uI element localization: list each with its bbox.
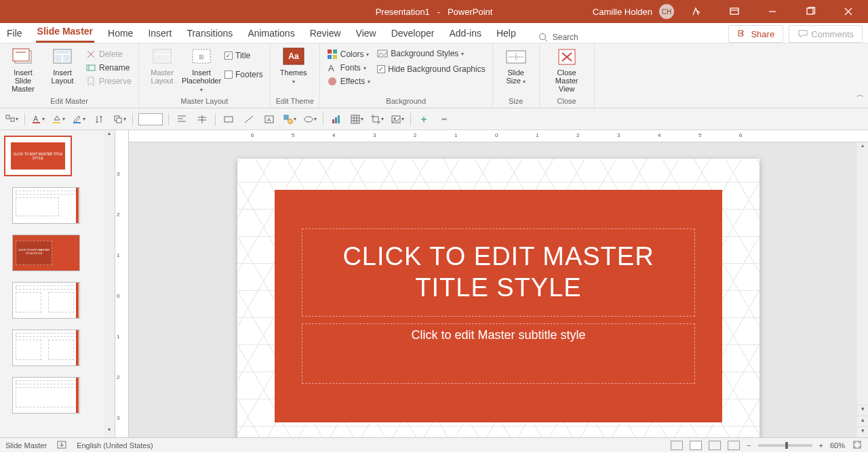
accessibility-icon[interactable] (56, 439, 67, 452)
svg-rect-46 (224, 117, 233, 122)
sort-button[interactable] (92, 112, 106, 127)
outline-color-button[interactable]: ▾ (71, 112, 86, 127)
align-center-v-button[interactable] (195, 112, 210, 127)
thumb-scrollbar[interactable]: ▴ ▾ (104, 130, 115, 437)
oval-shape-button[interactable]: ▾ (302, 112, 317, 127)
collapse-ribbon-icon[interactable]: ︿ (856, 89, 864, 100)
scroll-up-icon[interactable]: ▴ (104, 130, 115, 141)
tab-review[interactable]: Review (309, 24, 342, 43)
svg-line-7 (545, 39, 547, 42)
thumb-master[interactable]: CLICK TO EDIT MASTER TITLESTYLE (4, 136, 72, 176)
table-button[interactable]: ▾ (349, 112, 364, 127)
chart-button[interactable] (329, 112, 344, 127)
thumb-layout-3[interactable] (12, 282, 80, 319)
thumb-layout-4[interactable] (12, 330, 80, 366)
scroll-up-icon[interactable]: ▴ (857, 142, 868, 153)
slide-canvas[interactable]: CLICK TO EDIT MASTER TITLE STYLE Click t… (237, 159, 760, 437)
background-styles-button[interactable]: Background Styles▾ (376, 47, 486, 60)
group-close: Close Master View Close (540, 43, 595, 108)
colors-button[interactable]: Colors▾ (326, 48, 372, 60)
tab-developer[interactable]: Developer (390, 24, 436, 43)
shapes-gallery-button[interactable]: ▾ (282, 112, 297, 127)
arrange-button[interactable]: ▾ (112, 112, 127, 127)
svg-rect-3 (807, 8, 813, 14)
comments-button[interactable]: Comments (789, 25, 863, 43)
preserve-button[interactable]: Preserve (84, 75, 133, 87)
crop-button[interactable]: ▾ (370, 112, 384, 127)
zoom-level[interactable]: 60% (830, 441, 845, 450)
scroll-down-icon[interactable]: ▾ (857, 405, 868, 416)
close-button[interactable] (833, 0, 864, 23)
insert-layout-button[interactable]: Insert Layout (45, 46, 80, 86)
zoom-slider[interactable] (758, 444, 812, 447)
text-box-button[interactable]: A (262, 112, 277, 127)
zoom-out-button[interactable]: − (747, 441, 751, 450)
fonts-button[interactable]: AFonts▾ (326, 62, 372, 74)
close-master-view-button[interactable]: Close Master View (545, 46, 589, 94)
zoom-in-button[interactable]: + (819, 441, 823, 450)
overflow-button[interactable]: ═ (437, 112, 452, 127)
avatar[interactable]: CH (659, 4, 674, 19)
tab-transitions[interactable]: Transitions (185, 24, 234, 43)
footers-chk-label: Footers (235, 70, 263, 79)
color-sample-box[interactable] (138, 113, 163, 125)
fill-color-button[interactable]: ▾ (51, 112, 66, 127)
effects-label: Effects (340, 77, 365, 86)
ribbon-display-icon[interactable] (719, 0, 750, 23)
effects-button[interactable]: Effects▾ (326, 75, 372, 87)
master-title-placeholder[interactable]: CLICK TO EDIT MASTER TITLE STYLE (302, 228, 695, 316)
thumb-layout-2[interactable]: CLICK TO EDIT MASTERTITLE STYLE (12, 235, 80, 271)
font-color-button[interactable]: A▾ (31, 112, 45, 127)
slide-sorter-button[interactable] (690, 441, 702, 450)
svg-point-32 (328, 77, 336, 85)
scroll-down-icon[interactable]: ▾ (104, 426, 115, 437)
tab-addins[interactable]: Add-ins (448, 24, 482, 43)
rectangle-shape-button[interactable] (221, 112, 236, 127)
footers-checkbox[interactable]: Footers (223, 69, 264, 80)
title-checkbox[interactable]: ✓Title (223, 50, 264, 61)
themes-button[interactable]: Aa Themes▾ (276, 46, 311, 87)
thumb-layout-5[interactable] (12, 377, 80, 414)
tab-slide-master[interactable]: Slide Master (36, 22, 94, 43)
canvas-scrollbar[interactable]: ▴ ▾ ▴ ▾ (857, 142, 868, 437)
fit-to-window-button[interactable] (852, 439, 863, 452)
status-view[interactable]: Slide Master (5, 441, 47, 450)
next-slide-icon[interactable]: ▾ (857, 426, 868, 437)
hide-bg-checkbox[interactable]: ✓Hide Background Graphics (376, 64, 486, 75)
tab-insert[interactable]: Insert (146, 24, 173, 43)
status-language[interactable]: English (United States) (77, 441, 153, 450)
picture-button[interactable]: ▾ (390, 112, 405, 127)
rename-button[interactable]: Rename (84, 62, 133, 74)
svg-text:A: A (328, 63, 334, 73)
align-objects-button[interactable]: ▾ (4, 112, 19, 127)
line-shape-button[interactable] (241, 112, 256, 127)
tab-help[interactable]: Help (495, 24, 517, 43)
insert-placeholder-button[interactable]: ⊞ Insert Placeholder ▾ (184, 46, 219, 95)
slide-size-button[interactable]: Slide Size ▾ (498, 46, 534, 87)
more-button[interactable] (416, 112, 431, 127)
thumb-layout-1[interactable] (12, 187, 80, 224)
user-name[interactable]: Camille Holden (593, 7, 652, 17)
slideshow-button[interactable] (728, 441, 740, 450)
tab-home[interactable]: Home (106, 24, 134, 43)
normal-view-button[interactable] (671, 441, 683, 450)
tell-me-search[interactable]: Search (538, 32, 578, 43)
maximize-button[interactable] (795, 0, 826, 23)
delete-button[interactable]: Delete (84, 48, 133, 60)
coming-soon-icon[interactable] (681, 0, 712, 23)
minimize-button[interactable] (757, 0, 788, 23)
tab-view[interactable]: View (355, 24, 378, 43)
quick-access-toolbar: ▾ A▾ ▾ ▾ ▾ A ▾ ▾ ▾ ▾ ▾ ═ (0, 108, 868, 130)
svg-rect-28 (333, 49, 337, 54)
tab-file[interactable]: File (5, 24, 24, 43)
master-subtitle-placeholder[interactable]: Click to edit Master subtitle style (302, 323, 695, 384)
align-left-button[interactable] (174, 112, 189, 127)
prev-slide-icon[interactable]: ▴ (857, 416, 868, 426)
group-label-close: Close (545, 96, 589, 106)
preserve-label: Preserve (99, 77, 132, 86)
reading-view-button[interactable] (709, 441, 721, 450)
insert-slide-master-button[interactable]: Insert Slide Master (5, 46, 41, 94)
tab-animations[interactable]: Animations (246, 24, 296, 43)
share-button[interactable]: Share (728, 25, 783, 43)
master-title-text: CLICK TO EDIT MASTER TITLE STYLE (309, 241, 688, 303)
